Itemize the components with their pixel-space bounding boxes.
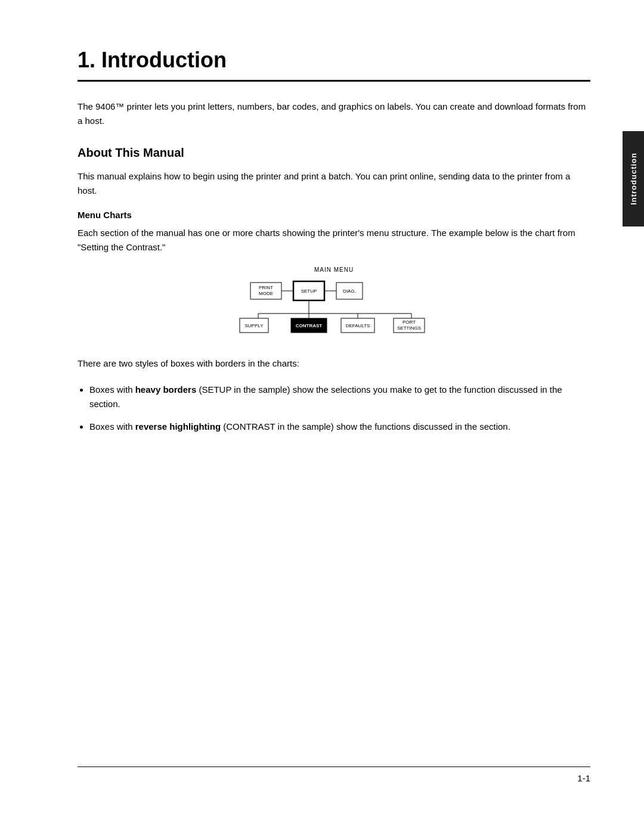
page: Introduction 1. Introduction The 9406™ p… [0, 0, 644, 813]
main-menu-label: MAIN MENU [221, 266, 447, 273]
bullet-text-before-2: Boxes with [89, 421, 135, 432]
svg-text:MODE: MODE [259, 291, 273, 296]
svg-text:SETUP: SETUP [301, 288, 317, 294]
list-item: Boxes with heavy borders (SETUP in the s… [89, 383, 590, 411]
subsection-menu-charts-heading: Menu Charts [78, 210, 590, 220]
svg-text:SETTINGS: SETTINGS [397, 325, 421, 331]
bullet-text-before-1: Boxes with [89, 384, 135, 395]
chapter-title: 1. Introduction [78, 48, 590, 73]
section-about-heading: About This Manual [78, 146, 590, 160]
menu-chart-diagram: MAIN MENU PRINT MODE SETUP DIAG. [221, 266, 447, 342]
svg-text:DIAG.: DIAG. [343, 288, 356, 294]
chart-description-intro: There are two styles of boxes with borde… [78, 356, 590, 371]
svg-text:PORT: PORT [402, 319, 416, 325]
side-tab-label: Introduction [629, 153, 638, 205]
chapter-rule [78, 80, 590, 82]
bullet-bold-1: heavy borders [135, 384, 197, 395]
chart-svg: PRINT MODE SETUP DIAG. [227, 277, 441, 342]
svg-text:PRINT: PRINT [259, 285, 273, 290]
menu-charts-paragraph: Each section of the manual has one or mo… [78, 226, 590, 255]
bullet-text-after-2: (CONTRAST in the sample) show the functi… [221, 421, 510, 432]
main-content: 1. Introduction The 9406™ printer lets y… [78, 0, 590, 434]
bullet-bold-2: reverse highlighting [135, 421, 221, 432]
svg-text:DEFAULTS: DEFAULTS [346, 323, 370, 328]
svg-text:SUPPLY: SUPPLY [245, 323, 264, 328]
side-tab: Introduction [623, 131, 644, 226]
intro-paragraph: The 9406™ printer lets you print letters… [78, 100, 590, 128]
list-item: Boxes with reverse highlighting (CONTRAS… [89, 420, 590, 434]
bullet-list: Boxes with heavy borders (SETUP in the s… [89, 383, 590, 434]
section-about-paragraph: This manual explains how to begin using … [78, 169, 590, 198]
page-number: 1-1 [577, 773, 590, 783]
footer: 1-1 [78, 767, 590, 783]
svg-text:CONTRAST: CONTRAST [296, 323, 323, 328]
